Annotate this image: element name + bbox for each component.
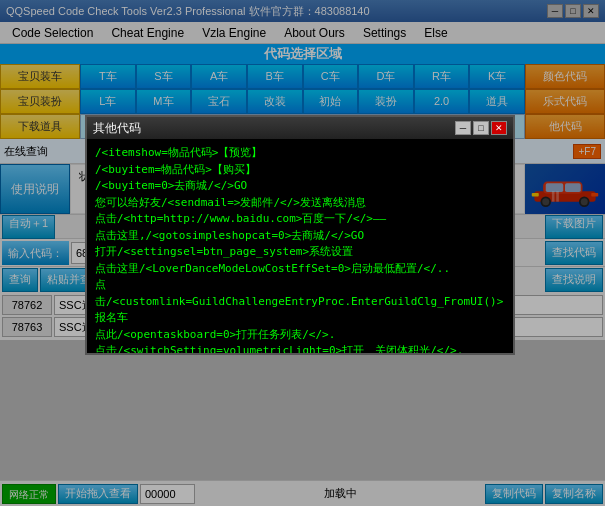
modal-content-line: /<buyitem=0>去商城/</>GO <box>95 178 505 195</box>
modal-title-bar: 其他代码 ─ □ ✕ <box>87 117 513 139</box>
modal-content-line: 打开/<settingsel=btn_page_system>系统设置 <box>95 244 505 261</box>
modal-content-line: 点击/<customlink=GuildChallengeEntryProc.E… <box>95 277 505 327</box>
modal-content-line: 点击/<switchSetting=volumetricLight=0>打开、关… <box>95 343 505 353</box>
modal-content-line: 点击这里/<LoverDanceModeLowCostEffSet=0>启动最低… <box>95 261 505 278</box>
modal-content-line: 点击这里,/<gotosimpleshopcat=0>去商城/</>GO <box>95 228 505 245</box>
other-code-modal: 其他代码 ─ □ ✕ /<itemshow=物品代码>【预览】/<buyitem… <box>85 115 515 355</box>
modal-controls: ─ □ ✕ <box>455 121 507 135</box>
modal-minimize-button[interactable]: ─ <box>455 121 471 135</box>
modal-content-line: 点击/<http=http://www.baidu.com>百度一下/</>—— <box>95 211 505 228</box>
modal-content-line: 您可以给好友/<sendmail=>发邮件/</>发送离线消息 <box>95 195 505 212</box>
modal-content-line: /<itemshow=物品代码>【预览】 <box>95 145 505 162</box>
modal-title-text: 其他代码 <box>93 120 141 137</box>
modal-close-button[interactable]: ✕ <box>491 121 507 135</box>
modal-content-line: /<buyitem=物品代码>【购买】 <box>95 162 505 179</box>
modal-restore-button[interactable]: □ <box>473 121 489 135</box>
modal-content[interactable]: /<itemshow=物品代码>【预览】/<buyitem=物品代码>【购买】/… <box>87 139 513 353</box>
modal-content-line: 点此/<opentaskboard=0>打开任务列表/</>. <box>95 327 505 344</box>
